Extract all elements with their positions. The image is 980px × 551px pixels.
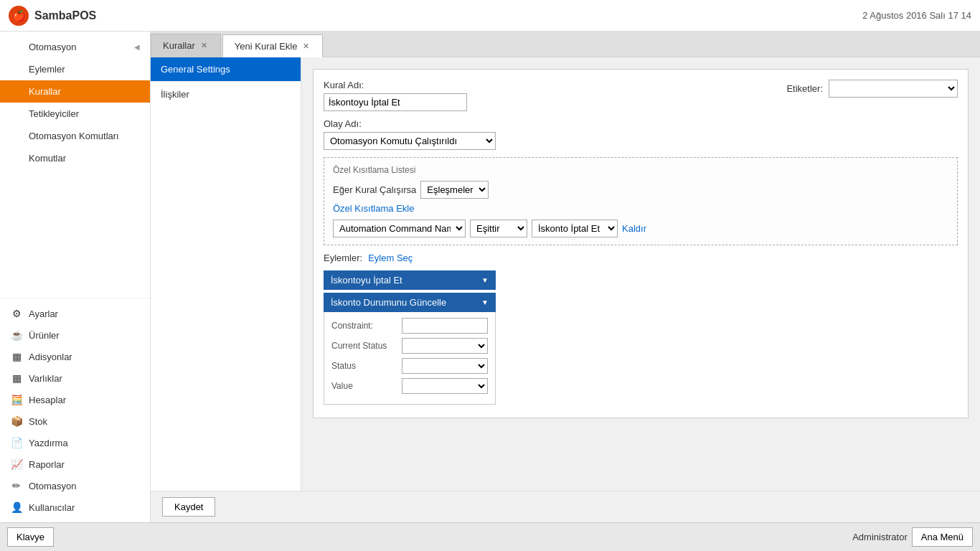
save-row: Kaydet xyxy=(151,491,980,522)
sidebar-top: Otomasyon ◀ Eylemler Kurallar Tetikleyic… xyxy=(0,32,150,298)
constraint-box: Özel Kısıtlama Listesi Eğer Kural Çalışı… xyxy=(324,157,958,245)
kullanicilar-icon: 👤 xyxy=(10,501,23,513)
sidebar-label-adisyonlar: Adisyonlar xyxy=(29,352,72,362)
constraint-box-title: Özel Kısıtlama Listesi xyxy=(333,165,948,175)
sidebar2-iliskiler[interactable]: İlişkiler xyxy=(151,82,301,107)
form-panel: Kural Adı: Etiketler: Ol xyxy=(313,69,969,418)
tab-yeni-kural-label: Yeni Kural Ekle xyxy=(235,41,298,52)
tab-yeni-kural-close[interactable]: ✕ xyxy=(301,42,311,51)
tabbar: Kurallar ✕ Yeni Kural Ekle ✕ xyxy=(151,32,980,57)
sidebar-item-varliklar[interactable]: ▦ Varlıklar xyxy=(0,367,150,389)
tab-kurallar-close[interactable]: ✕ xyxy=(199,41,209,50)
sidebar-item-ayarlar[interactable]: ⚙ Ayarlar xyxy=(0,303,150,324)
sidebar-label-hesaplar: Hesaplar xyxy=(29,395,66,405)
bottom-left: Klavye xyxy=(7,527,54,547)
sidebar-item-komutlar[interactable]: Komutlar xyxy=(0,147,150,169)
urunler-icon: ☕ xyxy=(10,329,23,341)
value-select[interactable] xyxy=(402,378,488,394)
action2-status-row: Status xyxy=(331,358,488,374)
sidebar-label-raporlar: Raporlar xyxy=(29,459,65,470)
filter-value-select[interactable]: İskonto İptal Et xyxy=(532,220,618,237)
sidebar-label-yazdirma: Yazdırma xyxy=(29,438,68,448)
filter-remove-link[interactable]: Kaldır xyxy=(622,223,646,234)
eylemler-label: Eylemler: xyxy=(324,253,362,263)
bottom-right: Administrator Ana Menü xyxy=(852,527,973,547)
action1-header[interactable]: İskontoyu İptal Et ▼ xyxy=(324,270,496,290)
sidebar-item-yazdirma[interactable]: 📄 Yazdırma xyxy=(0,432,150,453)
sidebar-item-otomasyon2[interactable]: ✏ Otomasyon xyxy=(0,475,150,496)
constraint-input[interactable] xyxy=(402,318,488,334)
tab-yeni-kural[interactable]: Yeni Kural Ekle ✕ xyxy=(222,34,324,57)
klavye-button[interactable]: Klavye xyxy=(7,527,54,547)
etiketler-section: Etiketler: xyxy=(786,80,958,98)
action2-body: Constraint: Current Status xyxy=(324,312,496,405)
sidebar: Otomasyon ◀ Eylemler Kurallar Tetikleyic… xyxy=(0,32,151,522)
sidebar-item-kullanicilar[interactable]: 👤 Kullanıcılar xyxy=(0,496,150,518)
constraint-label: Constraint: xyxy=(331,321,396,331)
action2-current-status-row: Current Status xyxy=(331,338,488,354)
admin-label: Administrator xyxy=(852,532,908,542)
sidebar-label-otomasyon2: Otomasyon xyxy=(29,481,76,491)
kural-adi-input[interactable] xyxy=(324,93,467,111)
sidebar-item-adisyonlar[interactable]: ▦ Adisyonlar xyxy=(0,346,150,367)
tab-kurallar[interactable]: Kurallar ✕ xyxy=(151,34,221,57)
sidebar-label-komutlar: Komutlar xyxy=(29,153,66,164)
logo-icon: 🍎 xyxy=(9,6,29,26)
sidebar2-general-settings[interactable]: General Settings xyxy=(151,57,301,82)
sidebar-label-otomasyon: Otomasyon xyxy=(29,42,76,52)
logo: 🍎 SambaPOS xyxy=(9,6,96,26)
datetime: 2 Ağustos 2016 Salı 17 14 xyxy=(862,10,971,21)
action2-constraint-row: Constraint: xyxy=(331,318,488,334)
hesaplar-icon: 🧮 xyxy=(10,394,23,405)
sidebar-label-ayarlar: Ayarlar xyxy=(29,309,58,319)
ozel-kisitlama-ekle-row: Özel Kısıtlama Ekle xyxy=(333,203,948,214)
action1-label: İskontoyu İptal Et xyxy=(331,275,402,286)
ozel-kisitlama-ekle-link[interactable]: Özel Kısıtlama Ekle xyxy=(333,203,414,214)
raporlar-icon: 📈 xyxy=(10,458,23,470)
sidebar-item-tetikleyiciler[interactable]: Tetikleyiciler xyxy=(0,103,150,125)
action2-header[interactable]: İskonto Durumunu Güncelle ▼ xyxy=(324,293,496,312)
filter-constraint-row: Automation Command Name Eşittir İskonto … xyxy=(333,220,948,237)
adisyonlar-icon: ▦ xyxy=(10,351,23,362)
save-button[interactable]: Kaydet xyxy=(162,497,215,517)
kural-adi-label: Kural Adı: xyxy=(324,80,364,90)
yazdirma-icon: 📄 xyxy=(10,437,23,448)
status-label: Status xyxy=(331,361,396,371)
action2-arrow: ▼ xyxy=(481,298,489,306)
value-label: Value xyxy=(331,381,396,391)
action-block-1: İskontoyu İptal Et ▼ xyxy=(324,270,958,290)
action1-arrow: ▼ xyxy=(481,276,489,284)
olay-adi-select[interactable]: Otomasyon Komutu Çalıştırıldı xyxy=(324,132,496,150)
action-block-2: İskonto Durumunu Güncelle ▼ Constraint: xyxy=(324,293,958,405)
sidebar-label-stok: Stok xyxy=(29,416,47,427)
eylem-sec-link[interactable]: Eylem Seç xyxy=(368,253,413,263)
tab-kurallar-label: Kurallar xyxy=(163,40,195,51)
filter-field-select[interactable]: Automation Command Name xyxy=(333,220,466,237)
action2-label: İskonto Durumunu Güncelle xyxy=(331,297,446,308)
sidebar-item-urunler[interactable]: ☕ Ürünler xyxy=(0,324,150,346)
sidebar-bottom: ⚙ Ayarlar ☕ Ürünler ▦ Adisyonlar ▦ Varlı… xyxy=(0,298,150,522)
otomasyon2-icon: ✏ xyxy=(10,480,23,491)
sidebar-item-raporlar[interactable]: 📈 Raporlar xyxy=(0,453,150,475)
current-status-select[interactable] xyxy=(402,338,488,354)
eger-kural-select[interactable]: Eşleşmeler xyxy=(420,181,489,199)
sidebar-item-otomasyon[interactable]: Otomasyon ◀ xyxy=(0,36,150,58)
sidebar-item-kurallar[interactable]: Kurallar xyxy=(0,80,150,103)
etiketler-select[interactable] xyxy=(829,80,958,98)
current-status-label: Current Status xyxy=(331,341,396,351)
sidebar-label-kullanicilar: Kullanıcılar xyxy=(29,502,75,513)
sidebar-item-eylemler[interactable]: Eylemler xyxy=(0,58,150,80)
app-name: SambaPOS xyxy=(34,9,96,22)
filter-op-select[interactable]: Eşittir xyxy=(470,220,527,237)
main: Otomasyon ◀ Eylemler Kurallar Tetikleyic… xyxy=(0,32,980,522)
sidebar-item-hesaplar[interactable]: 🧮 Hesaplar xyxy=(0,389,150,410)
ana-menu-button[interactable]: Ana Menü xyxy=(912,527,973,547)
status-select[interactable] xyxy=(402,358,488,374)
eger-kural-row: Eğer Kural Çalışırsa Eşleşmeler xyxy=(333,181,948,199)
sidebar-label-varliklar: Varlıklar xyxy=(29,373,62,384)
sidebar-item-otomasyon-komutlari[interactable]: Otomasyon Komutları xyxy=(0,125,150,147)
varliklar-icon: ▦ xyxy=(10,372,23,384)
form-area: Kural Adı: Etiketler: Ol xyxy=(301,57,980,491)
ayarlar-icon: ⚙ xyxy=(10,308,23,319)
sidebar-item-stok[interactable]: 📦 Stok xyxy=(0,410,150,432)
